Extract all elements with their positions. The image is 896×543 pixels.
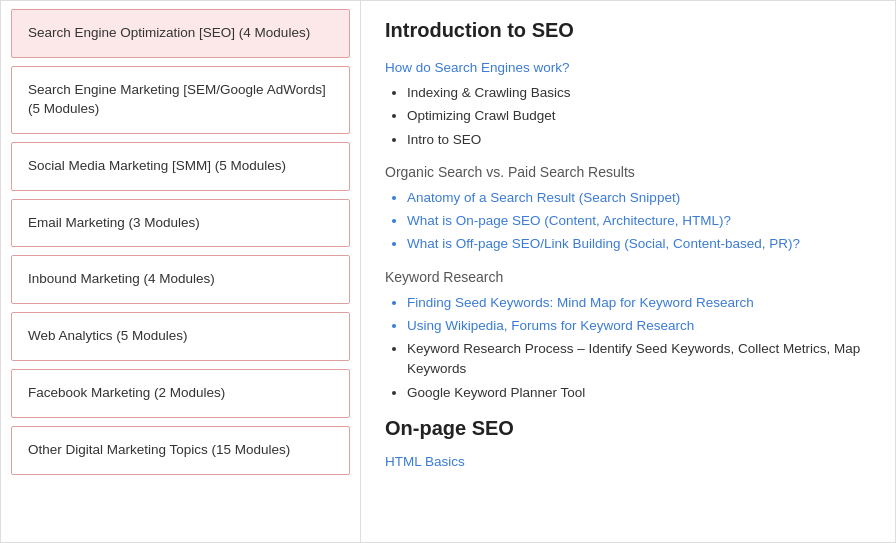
sidebar-item-email[interactable]: Email Marketing (3 Modules)	[11, 199, 350, 248]
html-basics-link[interactable]: HTML Basics	[385, 454, 871, 469]
section-heading-search-engines[interactable]: How do Search Engines work?	[385, 60, 871, 75]
bullet-item: Intro to SEO	[407, 130, 871, 150]
bullet-item: Keyword Research Process – Identify Seed…	[407, 339, 871, 380]
sidebar-item-other[interactable]: Other Digital Marketing Topics (15 Modul…	[11, 426, 350, 475]
bullet-item[interactable]: Anatomy of a Search Result (Search Snipp…	[407, 188, 871, 208]
bullet-item: Google Keyword Planner Tool	[407, 383, 871, 403]
content-area: Introduction to SEO How do Search Engine…	[361, 1, 895, 542]
sidebar-item-analytics[interactable]: Web Analytics (5 Modules)	[11, 312, 350, 361]
sidebar-item-inbound[interactable]: Inbound Marketing (4 Modules)	[11, 255, 350, 304]
bullet-list-search-engines: Indexing & Crawling BasicsOptimizing Cra…	[385, 83, 871, 150]
sidebar-item-facebook[interactable]: Facebook Marketing (2 Modules)	[11, 369, 350, 418]
sidebar-item-smm[interactable]: Social Media Marketing [SMM] (5 Modules)	[11, 142, 350, 191]
section-heading-keyword-research: Keyword Research	[385, 269, 871, 285]
sidebar: Search Engine Optimization [SEO] (4 Modu…	[1, 1, 361, 542]
bullet-list-organic-paid: Anatomy of a Search Result (Search Snipp…	[385, 188, 871, 255]
bullet-item: Indexing & Crawling Basics	[407, 83, 871, 103]
sidebar-item-sem[interactable]: Search Engine Marketing [SEM/Google AdWo…	[11, 66, 350, 134]
bullet-item[interactable]: Finding Seed Keywords: Mind Map for Keyw…	[407, 293, 871, 313]
bullet-list-keyword-research: Finding Seed Keywords: Mind Map for Keyw…	[385, 293, 871, 403]
bullet-item[interactable]: Using Wikipedia, Forums for Keyword Rese…	[407, 316, 871, 336]
main-container: Search Engine Optimization [SEO] (4 Modu…	[0, 0, 896, 543]
bullet-item[interactable]: What is Off-page SEO/Link Building (Soci…	[407, 234, 871, 254]
section-heading-organic-paid: Organic Search vs. Paid Search Results	[385, 164, 871, 180]
content-main-title: Introduction to SEO	[385, 19, 871, 42]
bullet-item: Optimizing Crawl Budget	[407, 106, 871, 126]
bullet-item[interactable]: What is On-page SEO (Content, Architectu…	[407, 211, 871, 231]
on-page-seo-title: On-page SEO	[385, 417, 871, 440]
sidebar-item-seo[interactable]: Search Engine Optimization [SEO] (4 Modu…	[11, 9, 350, 58]
